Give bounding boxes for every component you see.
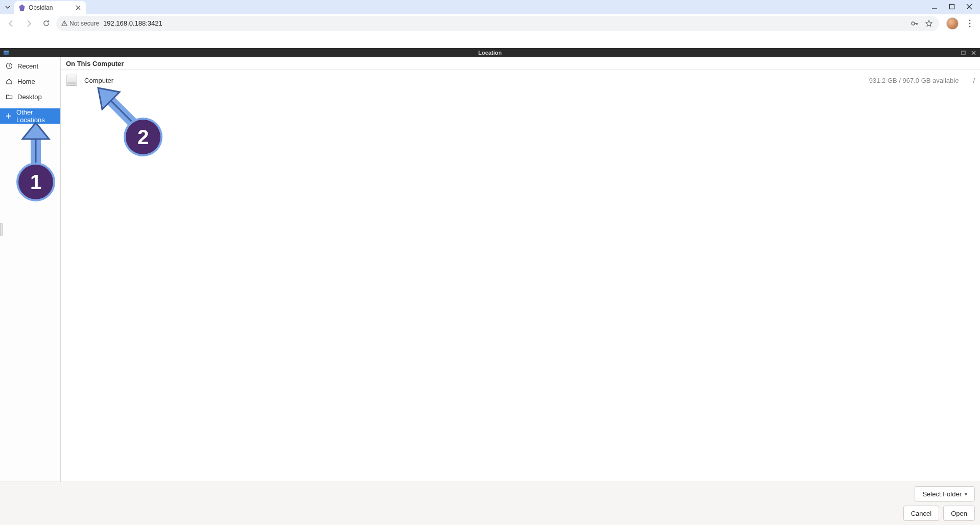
dialog-main: On This Computer Computer 931.2 GB / 967…: [61, 57, 980, 482]
reload-icon: [42, 19, 50, 27]
obsidian-favicon-icon: [18, 4, 26, 11]
svg-point-3: [912, 22, 915, 25]
files-app-icon: [2, 49, 10, 57]
open-label: Open: [951, 510, 967, 517]
search-tabs-button[interactable]: [2, 2, 13, 13]
select-folder-label: Select Folder: [922, 490, 962, 498]
home-icon: [5, 77, 13, 85]
svg-point-4: [969, 19, 971, 21]
browser-menu-button[interactable]: [964, 19, 976, 28]
clock-icon: [5, 62, 13, 70]
bookmark-star-button[interactable]: [924, 18, 934, 29]
arrow-right-icon: [25, 19, 33, 28]
password-key-icon[interactable]: [909, 18, 920, 29]
kebab-icon: [969, 19, 971, 28]
not-secure-label: Not secure: [69, 20, 99, 27]
maximize-icon: [949, 4, 955, 10]
dialog-maximize-button[interactable]: [960, 49, 967, 56]
cancel-label: Cancel: [911, 510, 931, 517]
plus-icon: [5, 112, 12, 120]
sidebar-item-label: Home: [17, 78, 35, 85]
browser-toolbar: Not secure 192.168.0.188:3421: [0, 14, 980, 33]
sidebar-item-label: Recent: [17, 62, 38, 70]
svg-marker-0: [19, 5, 25, 11]
dialog-close-button[interactable]: [970, 49, 977, 56]
browser-tab[interactable]: Obsidian: [14, 1, 86, 14]
folder-icon: [5, 93, 13, 101]
select-folder-dropdown[interactable]: Select Folder ▾: [915, 486, 975, 501]
places-sidebar: Recent Home Desktop Other Locations: [0, 57, 61, 482]
profile-avatar[interactable]: [946, 17, 959, 30]
window-minimize-button[interactable]: [930, 2, 939, 11]
chevron-down-icon: ▾: [965, 491, 967, 497]
dialog-footer: Select Folder ▾ Cancel Open: [0, 482, 980, 525]
volume-name: Computer: [84, 77, 113, 84]
arrow-left-icon: [7, 19, 15, 28]
sidebar-item-label: Other Locations: [16, 108, 55, 124]
reload-button[interactable]: [39, 16, 53, 31]
forward-button[interactable]: [21, 16, 36, 31]
close-icon: [966, 4, 972, 10]
section-header: On This Computer: [61, 57, 980, 70]
tab-close-button[interactable]: [75, 4, 82, 11]
open-button[interactable]: Open: [943, 506, 975, 521]
window-controls: [930, 2, 980, 14]
sidebar-item-desktop[interactable]: Desktop: [0, 89, 60, 104]
svg-rect-8: [4, 51, 9, 52]
svg-point-5: [969, 22, 971, 24]
dialog-titlebar: Location: [0, 48, 980, 57]
chevron-down-icon: [5, 4, 11, 10]
volume-row-computer[interactable]: Computer 931.2 GB / 967.0 GB available /: [61, 70, 980, 90]
drive-icon: [66, 75, 77, 86]
sidebar-item-home[interactable]: Home: [0, 74, 60, 89]
volume-path: /: [973, 77, 975, 84]
back-button[interactable]: [4, 16, 18, 31]
warning-icon: [61, 20, 67, 27]
file-dialog: Location Recent Home Desktop Other Locat: [0, 48, 980, 525]
svg-point-2: [64, 24, 64, 25]
dialog-title: Location: [478, 50, 502, 56]
browser-tab-strip: Obsidian: [0, 0, 980, 14]
address-bar[interactable]: Not secure 192.168.0.188:3421: [56, 16, 939, 31]
window-close-button[interactable]: [965, 2, 974, 11]
left-edge-handle[interactable]: [0, 223, 3, 236]
sidebar-item-other-locations[interactable]: Other Locations: [0, 108, 60, 124]
maximize-icon: [961, 51, 966, 55]
svg-rect-9: [962, 51, 965, 55]
close-icon: [76, 5, 81, 10]
url-text: 192.168.0.188:3421: [103, 19, 162, 27]
window-maximize-button[interactable]: [947, 2, 956, 11]
sidebar-item-label: Desktop: [17, 93, 42, 101]
svg-point-6: [969, 26, 971, 27]
volume-capacity: 931.2 GB / 967.0 GB available: [869, 77, 959, 84]
cancel-button[interactable]: Cancel: [903, 506, 939, 521]
page-top-gap: [0, 33, 980, 48]
svg-rect-1: [950, 5, 954, 9]
minimize-icon: [931, 4, 938, 10]
star-icon: [925, 19, 933, 28]
tab-title: Obsidian: [29, 4, 72, 11]
close-icon: [971, 51, 976, 55]
sidebar-item-recent[interactable]: Recent: [0, 58, 60, 74]
security-indicator[interactable]: Not secure: [61, 20, 99, 27]
